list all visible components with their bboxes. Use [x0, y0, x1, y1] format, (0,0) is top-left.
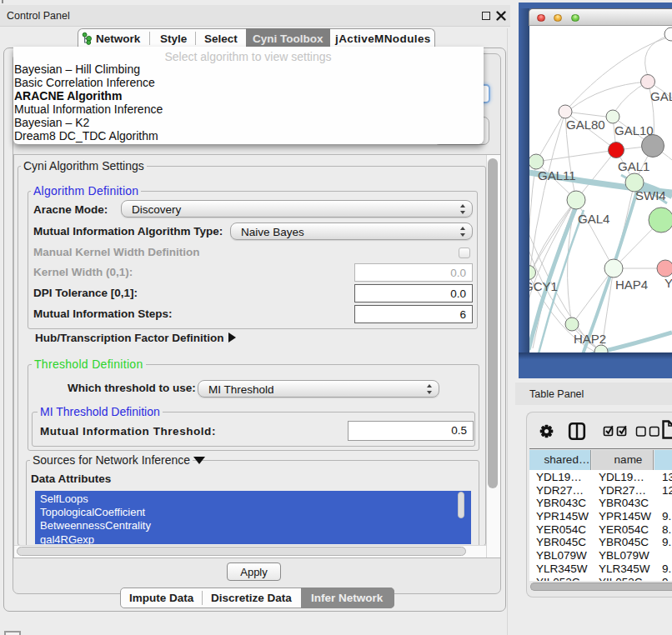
- svg-text:GAL: GAL: [650, 89, 672, 103]
- svg-text:SWI4: SWI4: [635, 188, 666, 202]
- svg-text:HAP2: HAP2: [574, 332, 606, 346]
- svg-text:GAL10: GAL10: [614, 123, 654, 138]
- svg-text:GAL4: GAL4: [578, 212, 609, 226]
- svg-text:GAL11: GAL11: [538, 168, 576, 182]
- svg-text:Y: Y: [664, 276, 672, 290]
- svg-text:HAP4: HAP4: [615, 278, 648, 292]
- svg-text:GAL80: GAL80: [566, 118, 605, 132]
- svg-text:GAL1: GAL1: [618, 159, 649, 173]
- svg-text:GCY1: GCY1: [529, 279, 558, 293]
